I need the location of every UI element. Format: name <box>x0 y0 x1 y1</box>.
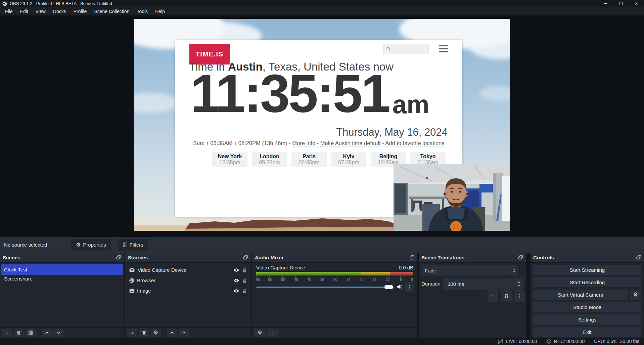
plus-icon: + <box>6 330 9 336</box>
lock-icon[interactable] <box>242 278 247 283</box>
menu-edit[interactable]: Edit <box>16 7 32 16</box>
remove-transition-button[interactable] <box>501 290 512 302</box>
move-scene-up-button[interactable] <box>42 329 52 337</box>
sun-times: Sun: ↑ 06:35AM ↓ 08:20PM (13h 46m) - <box>193 140 292 146</box>
lock-icon[interactable] <box>242 289 247 293</box>
move-source-up-button[interactable] <box>167 329 177 337</box>
cloud <box>134 93 178 113</box>
menu-bar: File Edit View Docks Profile Scene Colle… <box>0 7 644 16</box>
minimize-button[interactable] <box>598 0 613 7</box>
popout-icon[interactable] <box>243 255 248 260</box>
close-icon: ✕ <box>635 1 638 6</box>
volume-slider-track[interactable] <box>256 287 388 288</box>
transition-selected: Fade <box>421 268 436 273</box>
timeis-logo-text: TIME.IS <box>196 50 224 58</box>
filters-button[interactable]: Filters <box>118 239 148 251</box>
close-button[interactable]: ✕ <box>629 0 644 7</box>
menu-file[interactable]: File <box>1 7 16 16</box>
visibility-eye-icon[interactable] <box>233 268 239 272</box>
webcam-video <box>394 164 510 231</box>
volume-slider-handle[interactable] <box>384 285 393 289</box>
add-transition-button[interactable]: + <box>488 290 498 302</box>
mixer-channel-menu-button[interactable]: ⋮ <box>405 282 414 292</box>
start-streaming-button[interactable]: Start Streaming <box>533 265 641 275</box>
popout-icon[interactable] <box>636 255 641 260</box>
add-scene-button[interactable]: + <box>2 329 12 337</box>
menu-docks[interactable]: Docks <box>49 7 70 16</box>
popout-icon[interactable] <box>518 255 523 260</box>
gear-icon: ⚙ <box>153 330 158 335</box>
sources-panel: Sources Video Capture Device Browser Ima… <box>125 253 251 338</box>
preview-canvas[interactable]: TIME.IS Time in Austin, Texas, United St… <box>0 16 644 237</box>
menu-help[interactable]: Help <box>151 7 169 16</box>
broadcast-off-icon <box>497 339 504 344</box>
duration-value: 300 ms <box>443 281 464 287</box>
exit-button[interactable]: Exit <box>533 327 641 337</box>
visibility-eye-icon[interactable] <box>233 289 239 293</box>
settings-button[interactable]: Settings <box>533 314 641 325</box>
current-date: Thursday, May 16, 2024 <box>336 126 448 138</box>
sources-toolbar: + ⚙ <box>125 327 251 338</box>
transition-dropdown[interactable]: Fade <box>421 265 518 275</box>
mixer-level-db: 0.0 dB <box>399 265 413 270</box>
meter-tick-label: -60 <box>255 278 260 282</box>
menu-scene-collection[interactable]: Scene Collection <box>90 7 133 16</box>
scene-transitions-panel: Scene Transitions Fade Duration 300 ms +… <box>419 253 526 338</box>
transition-menu-button[interactable]: ⋮ <box>514 290 525 302</box>
status-bar: LIVE: 00:00:00 REC: 00:00:00 CPU: 0.6%, … <box>0 338 644 345</box>
controls-panel-header: Controls <box>531 253 644 263</box>
source-item-video-capture[interactable]: Video Capture Device <box>126 265 250 275</box>
remove-source-button[interactable] <box>139 329 149 337</box>
scene-item-screenshare[interactable]: Screenshare <box>1 273 123 284</box>
menu-view[interactable]: View <box>32 7 49 16</box>
hamburger-menu-icon <box>439 45 448 52</box>
clock-meridiem: am <box>393 90 429 119</box>
chevron-down-icon[interactable] <box>517 285 520 287</box>
menu-profile[interactable]: Profile <box>70 7 91 16</box>
camera-icon <box>129 268 135 272</box>
meter-tick-label: -10 <box>385 278 389 282</box>
kebab-dots-icon: ⋮ <box>517 293 522 299</box>
maximize-button[interactable] <box>613 0 629 7</box>
obs-window: OBS 29.1.2 - Profile: LLHLS BETA - Scene… <box>0 0 644 345</box>
start-virtual-camera-button[interactable]: Start Virtual Camera <box>533 290 628 300</box>
chevron-down-icon <box>182 331 186 334</box>
gear-icon: ⚙ <box>76 242 81 248</box>
search-input <box>393 46 426 52</box>
popout-icon[interactable] <box>410 255 415 260</box>
move-source-down-button[interactable] <box>179 329 189 337</box>
remove-scene-button[interactable] <box>14 329 24 337</box>
meter-tick-label: -20 <box>359 278 363 282</box>
scene-filters-button[interactable] <box>26 329 36 337</box>
preview-video[interactable]: TIME.IS Time in Austin, Texas, United St… <box>134 19 510 231</box>
clock-time: 11:35:51 <box>190 69 389 119</box>
virtual-camera-settings-button[interactable]: ⚙ <box>630 290 641 300</box>
chevron-up-icon[interactable] <box>517 281 520 283</box>
source-item-image[interactable]: Image <box>126 286 250 296</box>
no-source-label: No source selected <box>4 242 71 248</box>
make-default-link: Make Austin time default <box>320 140 381 146</box>
start-recording-button[interactable]: Start Recording <box>533 277 641 287</box>
more-info-link: More info <box>292 140 315 146</box>
selected-source-toolbar: No source selected ⚙ Properties Filters <box>0 237 644 253</box>
globe-icon <box>129 278 134 283</box>
popout-icon[interactable] <box>116 255 121 260</box>
menu-tools[interactable]: Tools <box>133 7 151 16</box>
trash-icon <box>504 294 509 298</box>
advanced-audio-button[interactable]: ⚙ <box>254 329 266 337</box>
duration-spinner[interactable]: 300 ms <box>443 278 523 290</box>
mixer-channel-row: Video Capture Device 0.0 dB <box>256 265 413 270</box>
studio-mode-button[interactable]: Studio Mode <box>533 302 641 312</box>
city-box-paris: Paris 06:35pm <box>291 152 327 167</box>
source-item-browser[interactable]: Browser <box>126 275 250 286</box>
source-properties-button[interactable]: ⚙ <box>151 329 161 337</box>
lock-icon[interactable] <box>242 268 247 272</box>
obs-logo-icon <box>2 1 7 6</box>
properties-button[interactable]: ⚙ Properties <box>71 239 111 251</box>
move-scene-down-button[interactable] <box>53 329 63 337</box>
visibility-eye-icon[interactable] <box>233 278 239 283</box>
add-source-button[interactable]: + <box>127 329 137 337</box>
plus-icon: + <box>491 293 494 299</box>
mixer-menu-button[interactable]: ⋮ <box>267 329 279 337</box>
speaker-icon[interactable] <box>397 284 403 291</box>
